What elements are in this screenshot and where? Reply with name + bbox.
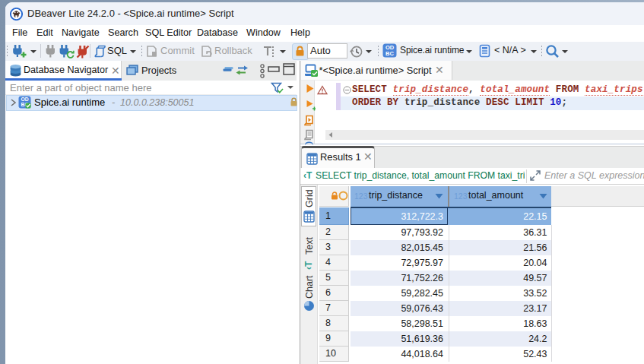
svg-text:BC: BC — [385, 50, 394, 57]
svg-text:OD: OD — [21, 97, 28, 102]
